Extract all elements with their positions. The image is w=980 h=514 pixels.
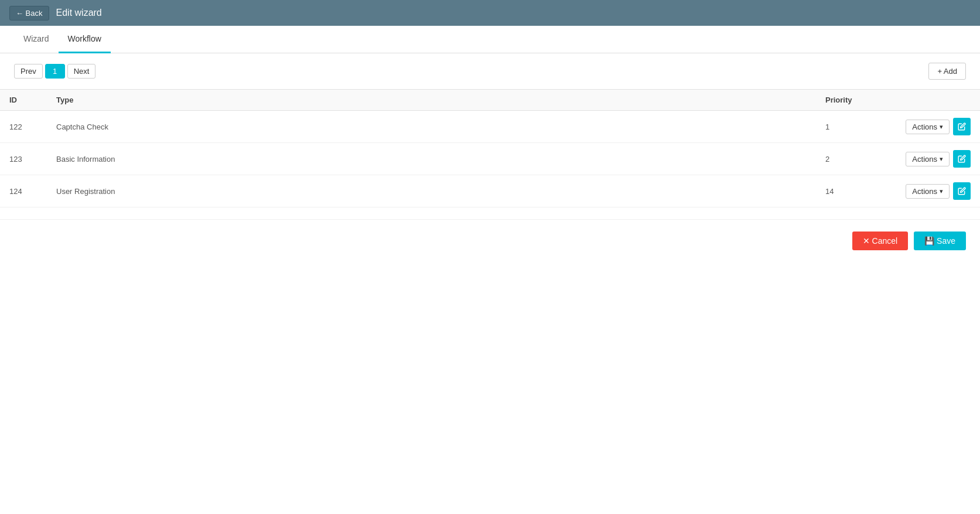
actions-group: Actions [896, 150, 971, 168]
cell-type: Captcha Check [47, 111, 816, 143]
edit-button[interactable] [953, 118, 971, 135]
main-content: Wizard Workflow Prev 1 Next + Add ID Typ… [0, 26, 980, 514]
table-row: 124 User Registration 14 Actions [0, 175, 980, 207]
cell-actions: Actions [886, 175, 980, 207]
actions-dropdown-button[interactable]: Actions [906, 184, 950, 199]
cell-actions: Actions [886, 143, 980, 175]
table-row: 123 Basic Information 2 Actions [0, 143, 980, 175]
table-row: 122 Captcha Check 1 Actions [0, 111, 980, 143]
header-bar: ← Back Edit wizard [0, 0, 980, 26]
edit-icon [958, 155, 966, 163]
actions-dropdown-button[interactable]: Actions [906, 152, 950, 166]
back-button[interactable]: ← Back [9, 6, 49, 21]
col-header-id: ID [0, 90, 47, 111]
edit-icon [958, 187, 966, 195]
tabs-row: Wizard Workflow [0, 26, 980, 53]
table-header-row: ID Type Priority [0, 90, 980, 111]
toolbar: Prev 1 Next + Add [0, 53, 980, 89]
footer-actions: ✕ Cancel 💾 Save [0, 219, 980, 262]
current-page-button[interactable]: 1 [45, 64, 65, 79]
tab-workflow[interactable]: Workflow [59, 26, 111, 53]
actions-group: Actions [896, 118, 971, 135]
tab-wizard[interactable]: Wizard [14, 26, 59, 53]
cell-id: 122 [0, 111, 47, 143]
save-button[interactable]: 💾 Save [914, 232, 966, 250]
cell-id: 123 [0, 143, 47, 175]
col-header-priority: Priority [816, 90, 886, 111]
cell-actions: Actions [886, 111, 980, 143]
pagination: Prev 1 Next [14, 64, 95, 79]
next-button[interactable]: Next [67, 64, 96, 79]
cell-type: User Registration [47, 175, 816, 207]
edit-icon [958, 122, 966, 131]
cancel-button[interactable]: ✕ Cancel [852, 232, 908, 250]
cell-id: 124 [0, 175, 47, 207]
add-button[interactable]: + Add [928, 63, 966, 80]
actions-group: Actions [896, 182, 971, 200]
col-header-type: Type [47, 90, 816, 111]
prev-button[interactable]: Prev [14, 64, 43, 79]
page-title: Edit wizard [56, 8, 102, 18]
actions-dropdown-button[interactable]: Actions [906, 120, 950, 134]
cell-priority: 2 [816, 143, 886, 175]
edit-button[interactable] [953, 150, 971, 168]
col-header-actions [886, 90, 980, 111]
edit-button[interactable] [953, 182, 971, 200]
cell-type: Basic Information [47, 143, 816, 175]
data-table: ID Type Priority 122 Captcha Check 1 Act… [0, 89, 980, 207]
cell-priority: 1 [816, 111, 886, 143]
cell-priority: 14 [816, 175, 886, 207]
